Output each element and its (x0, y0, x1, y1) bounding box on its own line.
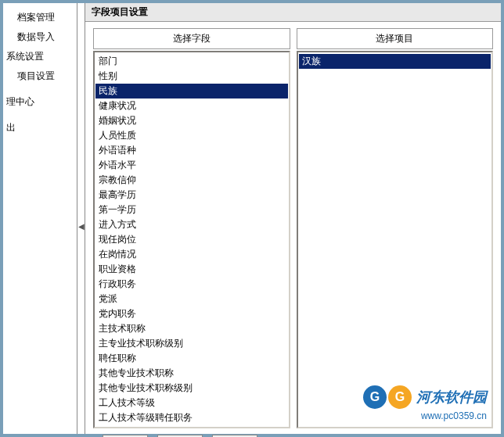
list-item[interactable]: 人员性质 (95, 128, 288, 143)
fields-listbox[interactable]: 部门性别民族健康状况婚姻状况人员性质外语语种外语水平宗教信仰最高学历第一学历进入… (93, 51, 290, 428)
list-item[interactable]: 第一学历 (95, 202, 288, 217)
sidebar: 档案管理 数据导入 系统设置 项目设置 理中心 出 (3, 3, 77, 434)
list-item[interactable]: 民族 (95, 84, 288, 99)
sidebar-item-archive[interactable]: 档案管理 (3, 8, 77, 27)
sidebar-item-system[interactable]: 系统设置 (3, 47, 77, 66)
list-item[interactable]: 工人技术等级 (95, 396, 288, 410)
field-button-row: 删除 修改 增加 (93, 428, 493, 437)
list-item[interactable]: 主技术职称 (95, 321, 288, 336)
list-item[interactable]: 现任岗位 (95, 232, 288, 247)
sidebar-item-exit[interactable]: 出 (3, 118, 77, 138)
list-item[interactable]: 在岗情况 (95, 247, 288, 262)
splitter[interactable]: ◀ (77, 3, 85, 434)
list-item[interactable]: 汉族 (299, 54, 491, 69)
list-item[interactable]: 外语水平 (95, 158, 288, 173)
list-item[interactable]: 其他专业技术职称 (95, 366, 288, 381)
list-item[interactable]: 最高学历 (95, 188, 288, 202)
list-item[interactable]: 其他专业技术职称级别 (95, 381, 288, 396)
sidebar-item-project[interactable]: 项目设置 (3, 66, 77, 86)
list-item[interactable]: 聘任职称 (95, 351, 288, 366)
list-item[interactable]: 党内职务 (95, 306, 288, 321)
items-listbox[interactable]: 汉族 (297, 51, 494, 428)
list-item[interactable]: 宗教信仰 (95, 173, 288, 188)
list-item[interactable]: 职业资格 (95, 262, 288, 277)
sidebar-item-center[interactable]: 理中心 (3, 92, 77, 112)
list-item[interactable]: 主专业技术职称级别 (95, 336, 288, 351)
panel-title: 字段项目设置 (85, 3, 501, 22)
list-item[interactable]: 行政职务 (95, 277, 288, 292)
list-item[interactable]: 性别 (95, 69, 288, 84)
main-panel: 字段项目设置 选择字段 部门性别民族健康状况婚姻状况人员性质外语语种外语水平宗教… (85, 3, 501, 434)
list-item[interactable]: 外语语种 (95, 143, 288, 158)
fields-header: 选择字段 (93, 28, 290, 49)
list-item[interactable]: 党派 (95, 292, 288, 306)
list-item[interactable]: 婚姻状况 (95, 113, 288, 128)
list-item[interactable]: 进入方式 (95, 217, 288, 232)
list-item[interactable]: 部门 (95, 54, 288, 69)
sidebar-item-import[interactable]: 数据导入 (3, 27, 77, 47)
chevron-left-icon[interactable]: ◀ (78, 222, 85, 231)
items-header: 选择项目 (297, 28, 494, 49)
list-item[interactable]: 健康状况 (95, 99, 288, 113)
list-item[interactable]: 工人技术等级聘任职务 (95, 410, 288, 425)
